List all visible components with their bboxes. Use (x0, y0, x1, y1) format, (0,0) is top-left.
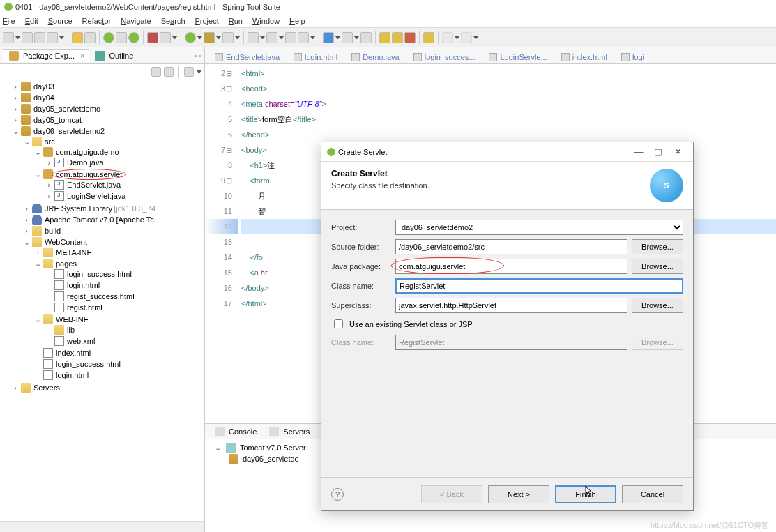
menu-edit[interactable]: Edit (25, 17, 38, 25)
tag-icon[interactable] (404, 32, 416, 43)
dd4[interactable] (197, 36, 202, 39)
outline-tab[interactable]: Outline (89, 50, 137, 62)
dialog-title-bar[interactable]: Create Servlet — ▢ ✕ (321, 142, 693, 162)
tree-item[interactable]: login_success.html (54, 360, 122, 368)
tree-item[interactable]: day06_servletdemo2 (32, 127, 106, 135)
new-server-icon[interactable] (248, 32, 259, 43)
superclass-input[interactable] (395, 298, 627, 313)
tree-item[interactable]: day05_servletdemo (32, 105, 102, 113)
dd8[interactable] (279, 36, 284, 39)
tree-item-circled[interactable]: com.atguigu.servlet (54, 170, 123, 178)
twisty-icon[interactable]: ⌄ (213, 443, 222, 453)
twisty-icon[interactable]: ⌄ (33, 315, 42, 324)
menu-project[interactable]: Project (195, 17, 219, 25)
skip-icon[interactable] (116, 32, 127, 43)
menu-source[interactable]: Source (48, 17, 73, 25)
forward-icon[interactable] (461, 32, 472, 43)
folder-icon[interactable] (379, 32, 390, 43)
filter-icon[interactable] (184, 67, 194, 77)
twisty-icon[interactable]: › (33, 248, 42, 257)
dd6[interactable] (235, 36, 240, 39)
twisty-icon[interactable]: › (45, 192, 53, 200)
tree-item[interactable]: web.xml (66, 337, 96, 345)
open-task-icon[interactable] (360, 32, 372, 43)
debug-as-icon[interactable] (204, 32, 215, 43)
tree-item[interactable]: Servers (32, 383, 61, 392)
tree-item[interactable]: META-INF (54, 248, 93, 257)
tree-item[interactable]: index.html (54, 349, 92, 357)
twisty-icon[interactable]: ⌄ (22, 137, 31, 146)
print-icon[interactable] (47, 32, 58, 43)
tree-item[interactable]: regist.html (66, 303, 104, 312)
dd7[interactable] (260, 36, 265, 39)
class-name-input[interactable] (395, 278, 683, 294)
dd13[interactable] (473, 36, 478, 39)
close-icon[interactable]: × (80, 52, 84, 60)
dd11[interactable] (354, 36, 359, 39)
dd5[interactable] (216, 36, 221, 39)
stop-icon[interactable] (147, 32, 158, 43)
relaunch-icon[interactable] (128, 32, 139, 43)
twisty-icon[interactable]: › (11, 82, 20, 91)
menu-file[interactable]: File (3, 17, 15, 25)
build-icon[interactable] (84, 32, 96, 43)
menu-search[interactable]: Search (161, 17, 185, 25)
new-icon[interactable] (3, 32, 14, 43)
tree-item[interactable]: login_success.html (66, 270, 133, 278)
browse-superclass-button[interactable]: Browse... (632, 298, 683, 313)
tree-item[interactable]: pages (54, 259, 78, 268)
dd10[interactable] (335, 36, 340, 39)
server-module[interactable]: day06_servletde (243, 455, 299, 463)
minimize-icon[interactable]: — (629, 146, 648, 157)
dd9[interactable] (310, 36, 315, 39)
tree-item[interactable]: WebContent (43, 238, 89, 246)
dd3[interactable] (172, 36, 177, 39)
console-tab[interactable]: Console (208, 425, 262, 438)
search-icon[interactable] (342, 32, 353, 43)
new-class-icon[interactable] (285, 32, 296, 43)
tree-item[interactable]: WEB-INF (54, 315, 89, 324)
save-all-icon[interactable] (34, 32, 45, 43)
twisty-icon[interactable]: › (11, 93, 20, 102)
tree-item[interactable]: JRE System Library (43, 204, 114, 213)
misc-icon[interactable] (160, 32, 171, 43)
package-explorer-tab[interactable]: Package Exp... × (3, 49, 89, 62)
open-type-icon[interactable] (323, 32, 334, 43)
editor-tab[interactable]: LoginServle... (482, 51, 554, 63)
browse-source-button[interactable]: Browse... (632, 239, 683, 254)
browse-package-button[interactable]: Browse... (632, 259, 683, 274)
new-package-icon[interactable] (266, 32, 277, 43)
editor-tab[interactable]: EndServlet.java (208, 51, 287, 63)
tree-item[interactable]: day03 (32, 82, 56, 91)
twisty-icon[interactable]: ⌄ (33, 170, 42, 179)
editor-tab[interactable]: logi (614, 51, 651, 63)
cancel-button[interactable]: Cancel (622, 485, 683, 503)
project-select[interactable]: day06_servletdemo2 (395, 220, 683, 235)
tree-item[interactable]: regist_success.html (66, 292, 136, 301)
menu-refactor[interactable]: Refactor (82, 17, 112, 25)
run-icon[interactable] (103, 32, 114, 43)
view-menu-dd[interactable] (197, 70, 201, 73)
new-interface-icon[interactable] (298, 32, 309, 43)
menu-window[interactable]: Window (252, 17, 280, 25)
twisty-icon[interactable]: › (11, 105, 20, 113)
tree-item[interactable]: src (43, 137, 56, 146)
twisty-icon[interactable]: › (45, 181, 53, 189)
back-icon[interactable] (442, 32, 453, 43)
view-menu-icon[interactable]: ▫ ▫ (194, 52, 201, 60)
twisty-icon[interactable]: › (22, 204, 31, 213)
dd2[interactable] (59, 36, 64, 39)
twisty-icon[interactable]: › (22, 227, 31, 235)
menu-navigate[interactable]: Navigate (121, 17, 151, 25)
twisty-icon[interactable]: › (22, 215, 31, 224)
package-explorer-tree[interactable]: ›day03 ›day04 ›day05_servletdemo ›day05_… (0, 79, 204, 521)
help-icon[interactable]: ? (331, 488, 344, 501)
server-item[interactable]: Tomcat v7.0 Server (240, 443, 306, 452)
editor-tab[interactable]: index.html (554, 51, 614, 63)
save-icon[interactable] (22, 32, 33, 43)
twisty-icon[interactable]: ⌄ (11, 127, 20, 136)
tree-item[interactable]: login.html (54, 371, 90, 379)
close-icon[interactable]: ✕ (668, 146, 687, 157)
tree-item[interactable]: com.atguigu.demo (54, 148, 121, 156)
maximize-icon[interactable]: ▢ (648, 146, 668, 157)
